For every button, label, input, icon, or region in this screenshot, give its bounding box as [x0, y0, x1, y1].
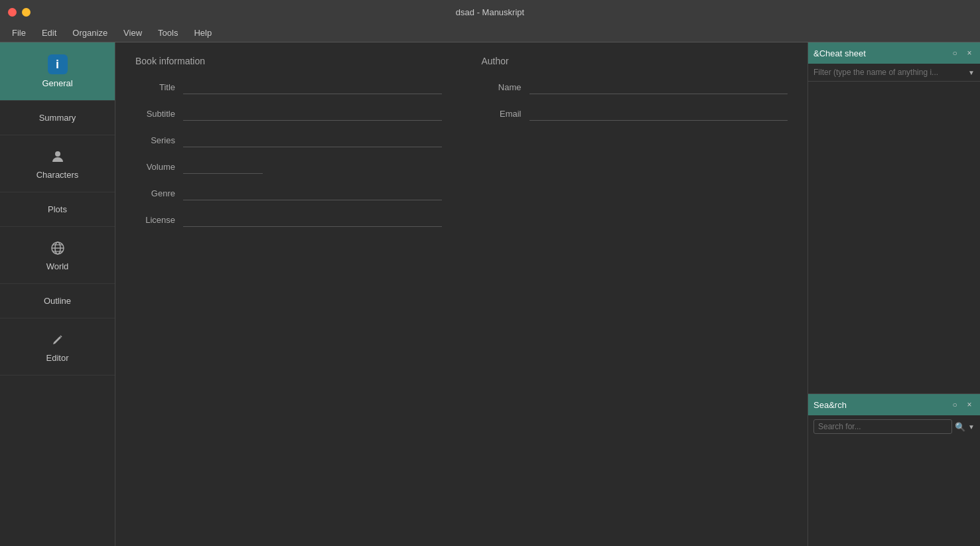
search-input[interactable]	[813, 419, 952, 434]
search-float-btn[interactable]: ○	[949, 399, 960, 410]
cheat-sheet-controls: ○ ×	[949, 48, 975, 58]
cheat-sheet-title: &Cheat sheet	[813, 48, 866, 58]
search-dropdown-icon[interactable]: ▼	[968, 423, 975, 431]
email-input[interactable]	[529, 106, 788, 121]
sidebar-item-general-label: General	[42, 78, 72, 88]
series-input[interactable]	[183, 133, 442, 147]
sidebar-item-editor[interactable]: Editor	[0, 318, 115, 375]
search-input-row: 🔍 ▼	[808, 415, 980, 438]
sidebar-item-general[interactable]: i General	[0, 42, 115, 101]
content-area: Book information Title Subtitle Series V…	[115, 42, 807, 546]
title-row: Title	[135, 80, 442, 94]
cheat-sheet-close-btn[interactable]: ×	[964, 48, 975, 58]
menu-organize[interactable]: Organize	[66, 26, 114, 40]
series-row: Series	[135, 133, 442, 147]
sidebar-item-world[interactable]: World	[0, 227, 115, 284]
right-panel: &Cheat sheet ○ × ▼ Sea&rch ○ ×	[807, 42, 980, 546]
license-row: License	[135, 212, 442, 227]
cheat-sheet-filter-input[interactable]	[813, 68, 965, 77]
titlebar: dsad - Manuskript	[0, 0, 980, 24]
form-layout: Book information Title Subtitle Series V…	[135, 56, 788, 239]
name-label: Name	[482, 82, 522, 92]
menu-file[interactable]: File	[5, 26, 33, 40]
main-layout: i General Summary Characters Plots	[0, 42, 980, 546]
menu-view[interactable]: View	[117, 26, 149, 40]
search-panel: Sea&rch ○ × 🔍 ▼	[808, 393, 980, 438]
cheat-sheet-float-btn[interactable]: ○	[949, 48, 960, 58]
search-icon[interactable]: 🔍	[955, 422, 965, 432]
genre-label: Genre	[135, 188, 175, 198]
cheat-sheet-header: &Cheat sheet ○ ×	[808, 42, 980, 64]
menu-tools[interactable]: Tools	[151, 26, 184, 40]
window-title: dsad - Manuskript	[456, 7, 524, 17]
search-close-btn[interactable]: ×	[964, 399, 975, 410]
minimize-button[interactable]	[22, 8, 31, 17]
menu-edit[interactable]: Edit	[35, 26, 63, 40]
sidebar-item-characters[interactable]: Characters	[0, 135, 115, 192]
name-row: Name	[482, 80, 788, 94]
sidebar-item-plots-label: Plots	[48, 204, 67, 214]
sidebar-item-characters-label: Characters	[36, 170, 79, 180]
globe-icon	[48, 239, 67, 257]
search-panel-header: Sea&rch ○ ×	[808, 394, 980, 415]
filter-arrow-icon: ▼	[968, 69, 975, 76]
person-icon	[48, 147, 67, 166]
cheat-sheet-panel: &Cheat sheet ○ × ▼	[808, 42, 980, 82]
genre-row: Genre	[135, 186, 442, 200]
subtitle-row: Subtitle	[135, 106, 442, 121]
email-row: Email	[482, 106, 788, 121]
right-wrapper: &Cheat sheet ○ × ▼ Sea&rch ○ ×	[807, 42, 980, 546]
book-info-title: Book information	[135, 56, 442, 66]
menubar: File Edit Organize View Tools Help	[0, 24, 980, 42]
series-label: Series	[135, 135, 175, 145]
author-title: Author	[482, 56, 788, 66]
sidebar: i General Summary Characters Plots	[0, 42, 115, 546]
author-section: Author Name Email	[482, 56, 788, 239]
title-label: Title	[135, 82, 175, 92]
name-input[interactable]	[529, 80, 788, 94]
svg-point-0	[55, 151, 60, 157]
search-panel-controls: ○ ×	[949, 399, 975, 410]
volume-row: Volume	[135, 159, 442, 174]
title-input[interactable]	[183, 80, 442, 94]
info-icon: i	[48, 54, 68, 74]
sidebar-item-outline[interactable]: Outline	[0, 284, 115, 318]
sidebar-item-summary[interactable]: Summary	[0, 101, 115, 135]
sidebar-item-plots[interactable]: Plots	[0, 192, 115, 227]
genre-input[interactable]	[183, 186, 442, 200]
license-label: License	[135, 215, 175, 225]
volume-input[interactable]	[183, 159, 263, 174]
book-info-section: Book information Title Subtitle Series V…	[135, 56, 442, 239]
menu-help[interactable]: Help	[187, 26, 218, 40]
license-input[interactable]	[183, 212, 442, 227]
sidebar-item-outline-label: Outline	[44, 296, 71, 306]
cheat-sheet-filter-row: ▼	[808, 64, 980, 82]
subtitle-label: Subtitle	[135, 109, 175, 119]
volume-label: Volume	[135, 162, 175, 172]
titlebar-controls	[8, 8, 31, 17]
email-label: Email	[482, 109, 522, 119]
sidebar-item-world-label: World	[46, 261, 69, 271]
search-panel-title: Sea&rch	[813, 400, 847, 410]
close-button[interactable]	[8, 8, 17, 17]
sidebar-item-summary-label: Summary	[39, 113, 76, 123]
subtitle-input[interactable]	[183, 106, 442, 121]
sidebar-item-editor-label: Editor	[46, 353, 69, 363]
pen-icon	[48, 330, 67, 349]
